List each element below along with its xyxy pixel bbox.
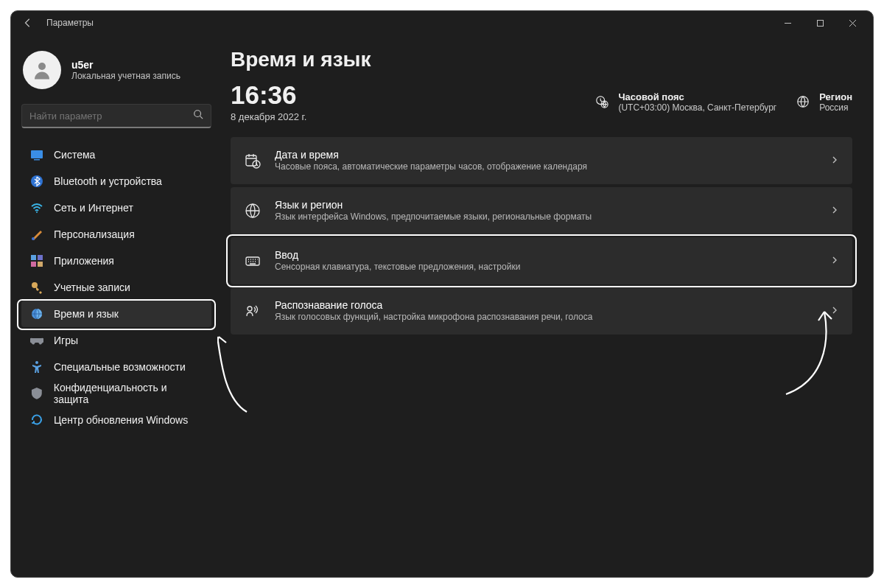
card-title: Ввод (275, 249, 817, 261)
chevron-right-icon (830, 254, 839, 267)
svg-point-14 (35, 361, 38, 364)
nav-update[interactable]: Центр обновления Windows (21, 407, 211, 433)
nav-personalization[interactable]: Персонализация (21, 221, 211, 248)
wifi-icon (30, 201, 43, 214)
gamepad-icon (30, 334, 43, 347)
nav-label: Учетные записи (54, 281, 130, 293)
nav-label: Конфиденциальность и защита (54, 382, 203, 405)
system-icon (30, 148, 43, 161)
nav-label: Время и язык (54, 308, 119, 320)
card-sub: Язык голосовых функций, настройка микроф… (275, 312, 817, 322)
card-title: Распознавание голоса (275, 299, 817, 311)
nav-bluetooth[interactable]: Bluetooth и устройства (21, 168, 211, 195)
search-input[interactable] (29, 111, 193, 122)
search-box[interactable] (21, 104, 211, 128)
region-summary[interactable]: Регион Россия (796, 91, 852, 113)
card-sub: Сенсорная клавиатура, текстовые предложе… (275, 262, 817, 272)
accessibility-icon (30, 360, 43, 374)
card-sub: Часовые пояса, автоматические параметры … (275, 161, 817, 172)
card-sub: Язык интерфейса Windows, предпочитаемые … (275, 211, 817, 222)
nav-privacy[interactable]: Конфиденциальность и защита (21, 380, 211, 407)
speech-icon (244, 302, 262, 320)
svg-point-12 (32, 282, 38, 288)
svg-rect-4 (34, 159, 40, 161)
svg-point-22 (248, 307, 252, 311)
info-row: 16:36 8 декабря 2022 г. Часовой пояс (UT… (231, 82, 852, 122)
nav-gaming[interactable]: Игры (21, 327, 211, 354)
close-button[interactable] (836, 11, 869, 35)
card-input[interactable]: Ввод Сенсорная клавиатура, текстовые пре… (231, 237, 852, 284)
shield-icon (30, 387, 43, 400)
brush-icon (30, 228, 43, 241)
svg-rect-3 (31, 150, 43, 158)
calendar-clock-icon (244, 152, 262, 169)
maximize-button[interactable] (804, 11, 836, 35)
nav-label: Игры (54, 335, 78, 346)
nav: Система Bluetooth и устройства Сеть и Ин… (21, 141, 211, 433)
nav-accounts[interactable]: Учетные записи (21, 274, 211, 301)
card-language-region[interactable]: Язык и регион Язык интерфейса Windows, п… (231, 187, 852, 234)
nav-apps[interactable]: Приложения (21, 248, 211, 274)
bluetooth-icon (30, 175, 43, 188)
profile[interactable]: u5er Локальная учетная запись (23, 51, 211, 89)
nav-accessibility[interactable]: Специальные возможности (21, 354, 211, 380)
clock-globe-icon (30, 307, 43, 321)
timezone-label: Часовой пояс (618, 91, 776, 102)
nav-system[interactable]: Система (21, 141, 211, 168)
cards: Дата и время Часовые пояса, автоматическ… (231, 137, 852, 335)
svg-point-2 (194, 111, 201, 117)
timezone-summary[interactable]: Часовой пояс (UTC+03:00) Москва, Санкт-П… (594, 91, 776, 113)
chevron-right-icon (830, 204, 839, 217)
clock-time: 16:36 (231, 82, 306, 109)
svg-point-6 (36, 211, 38, 213)
avatar (23, 51, 61, 89)
region-value: Россия (819, 102, 852, 113)
svg-point-7 (32, 237, 35, 240)
update-icon (30, 413, 43, 427)
card-title: Язык и регион (275, 199, 817, 211)
card-date-time[interactable]: Дата и время Часовые пояса, автоматическ… (231, 137, 852, 184)
nav-label: Персонализация (54, 228, 135, 240)
chevron-right-icon (830, 304, 839, 318)
keyboard-icon (244, 252, 262, 270)
timezone-value: (UTC+03:00) Москва, Санкт-Петербург (618, 102, 776, 113)
profile-name: u5er (71, 59, 180, 71)
card-speech[interactable]: Распознавание голоса Язык голосовых функ… (231, 287, 852, 335)
back-button[interactable] (15, 11, 41, 35)
search-icon (193, 109, 203, 122)
nav-label: Специальные возможности (54, 361, 186, 373)
clock-icon (594, 94, 609, 109)
nav-label: Система (54, 149, 95, 161)
apps-icon (30, 254, 43, 267)
globe-language-icon (244, 202, 262, 220)
nav-label: Приложения (54, 255, 114, 267)
titlebar: Параметры (11, 11, 873, 35)
svg-rect-0 (817, 20, 823, 26)
nav-time-language[interactable]: Время и язык (21, 301, 211, 327)
nav-label: Bluetooth и устройства (54, 175, 162, 187)
svg-rect-11 (38, 262, 43, 267)
svg-rect-8 (31, 255, 36, 260)
page-title: Время и язык (231, 48, 852, 71)
nav-label: Центр обновления Windows (54, 414, 188, 426)
card-title: Дата и время (275, 149, 817, 161)
svg-point-1 (38, 63, 46, 70)
region-label: Регион (819, 91, 852, 102)
svg-rect-10 (31, 262, 36, 267)
svg-rect-9 (38, 255, 43, 260)
titlebar-title: Параметры (46, 18, 94, 28)
nav-network[interactable]: Сеть и Интернет (21, 195, 211, 221)
key-icon (30, 281, 43, 294)
globe-icon (796, 94, 810, 109)
minimize-button[interactable] (771, 11, 804, 35)
profile-type: Локальная учетная запись (71, 71, 180, 81)
chevron-right-icon (830, 154, 839, 167)
main-content: Время и язык 16:36 8 декабря 2022 г. Час… (222, 35, 873, 577)
settings-window: Параметры u5er Локальная учетная запись (10, 10, 874, 578)
clock-date: 8 декабря 2022 г. (231, 111, 306, 122)
sidebar: u5er Локальная учетная запись Система (11, 35, 222, 577)
nav-label: Сеть и Интернет (54, 202, 133, 214)
